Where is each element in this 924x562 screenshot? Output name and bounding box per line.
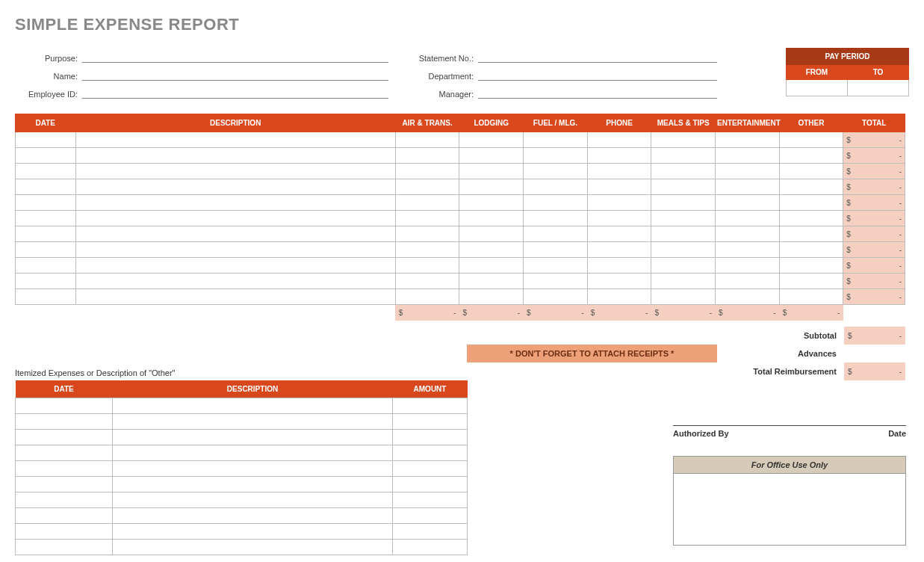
expense-cell[interactable]	[587, 289, 651, 305]
expense-cell[interactable]	[459, 195, 524, 211]
expense-cell[interactable]	[779, 258, 843, 274]
input-purpose[interactable]	[82, 52, 388, 63]
expense-cell[interactable]	[524, 226, 588, 242]
item-cell[interactable]	[16, 414, 113, 430]
item-cell[interactable]	[16, 430, 113, 445]
item-cell[interactable]	[16, 508, 113, 524]
expense-cell[interactable]	[524, 258, 588, 274]
expense-cell[interactable]	[459, 258, 524, 274]
expense-cell[interactable]	[16, 148, 76, 164]
item-cell[interactable]	[16, 477, 113, 492]
expense-cell[interactable]	[395, 226, 459, 242]
expense-cell[interactable]	[16, 289, 76, 305]
expense-cell[interactable]	[716, 195, 780, 211]
field-manager[interactable]: Manager:	[403, 84, 717, 99]
expense-cell[interactable]	[75, 211, 395, 226]
expense-cell[interactable]	[524, 132, 588, 148]
expense-cell[interactable]	[395, 195, 459, 211]
expense-cell[interactable]	[587, 211, 651, 226]
expense-cell[interactable]	[75, 289, 395, 305]
item-cell[interactable]	[113, 461, 393, 477]
expense-cell[interactable]	[587, 164, 651, 179]
expense-cell[interactable]	[524, 195, 588, 211]
expense-cell[interactable]	[459, 289, 524, 305]
expense-cell[interactable]	[524, 164, 588, 179]
item-cell[interactable]	[113, 524, 393, 540]
input-statement-no[interactable]	[478, 52, 717, 63]
expense-cell[interactable]	[651, 164, 716, 179]
expense-cell[interactable]	[395, 289, 459, 305]
item-cell[interactable]	[113, 477, 393, 492]
item-cell[interactable]	[113, 445, 393, 461]
item-cell[interactable]	[113, 540, 393, 555]
item-cell[interactable]	[393, 461, 468, 477]
expense-cell[interactable]	[779, 179, 843, 195]
expense-cell[interactable]	[779, 242, 843, 258]
expense-cell[interactable]	[779, 148, 843, 164]
expense-cell[interactable]	[524, 242, 588, 258]
expense-cell[interactable]	[716, 164, 780, 179]
expense-cell[interactable]	[651, 195, 716, 211]
expense-cell[interactable]	[395, 132, 459, 148]
expense-cell[interactable]	[779, 195, 843, 211]
item-cell[interactable]	[113, 492, 393, 508]
expense-cell[interactable]	[459, 132, 524, 148]
expense-cell[interactable]	[651, 226, 716, 242]
expense-cell[interactable]	[716, 179, 780, 195]
expense-cell[interactable]	[16, 164, 76, 179]
advances-value[interactable]	[844, 345, 905, 362]
expense-cell[interactable]	[587, 195, 651, 211]
expense-cell[interactable]	[395, 258, 459, 274]
expense-cell[interactable]	[779, 274, 843, 289]
expense-cell[interactable]	[587, 179, 651, 195]
expense-cell[interactable]	[459, 226, 524, 242]
item-cell[interactable]	[393, 477, 468, 492]
expense-cell[interactable]	[395, 274, 459, 289]
expense-cell[interactable]	[716, 242, 780, 258]
expense-cell[interactable]	[16, 132, 76, 148]
expense-cell[interactable]	[716, 258, 780, 274]
expense-cell[interactable]	[716, 132, 780, 148]
expense-cell[interactable]	[779, 211, 843, 226]
expense-cell[interactable]	[16, 211, 76, 226]
expense-cell[interactable]	[75, 258, 395, 274]
pay-period-from-cell[interactable]	[787, 80, 848, 96]
expense-cell[interactable]	[587, 148, 651, 164]
expense-cell[interactable]	[524, 148, 588, 164]
expense-cell[interactable]	[524, 211, 588, 226]
item-cell[interactable]	[393, 524, 468, 540]
field-statement-no[interactable]: Statement No.:	[403, 48, 717, 63]
input-name[interactable]	[82, 70, 388, 81]
item-cell[interactable]	[16, 445, 113, 461]
item-cell[interactable]	[393, 398, 468, 414]
expense-cell[interactable]	[779, 289, 843, 305]
expense-cell[interactable]	[75, 226, 395, 242]
office-use-body[interactable]	[674, 474, 905, 545]
expense-cell[interactable]	[16, 242, 76, 258]
expense-cell[interactable]	[395, 148, 459, 164]
expense-cell[interactable]	[524, 274, 588, 289]
item-cell[interactable]	[113, 398, 393, 414]
expense-cell[interactable]	[779, 226, 843, 242]
expense-cell[interactable]	[587, 258, 651, 274]
input-manager[interactable]	[478, 88, 717, 99]
expense-cell[interactable]	[395, 179, 459, 195]
expense-cell[interactable]	[75, 242, 395, 258]
expense-cell[interactable]	[524, 289, 588, 305]
expense-cell[interactable]	[524, 179, 588, 195]
expense-cell[interactable]	[75, 274, 395, 289]
item-cell[interactable]	[16, 540, 113, 555]
expense-cell[interactable]	[75, 179, 395, 195]
expense-cell[interactable]	[716, 226, 780, 242]
expense-cell[interactable]	[651, 179, 716, 195]
expense-cell[interactable]	[651, 148, 716, 164]
expense-cell[interactable]	[587, 132, 651, 148]
item-cell[interactable]	[16, 461, 113, 477]
item-cell[interactable]	[393, 445, 468, 461]
expense-cell[interactable]	[395, 242, 459, 258]
expense-cell[interactable]	[587, 242, 651, 258]
expense-cell[interactable]	[587, 226, 651, 242]
expense-cell[interactable]	[459, 211, 524, 226]
expense-cell[interactable]	[779, 132, 843, 148]
field-purpose[interactable]: Purpose:	[15, 48, 388, 63]
